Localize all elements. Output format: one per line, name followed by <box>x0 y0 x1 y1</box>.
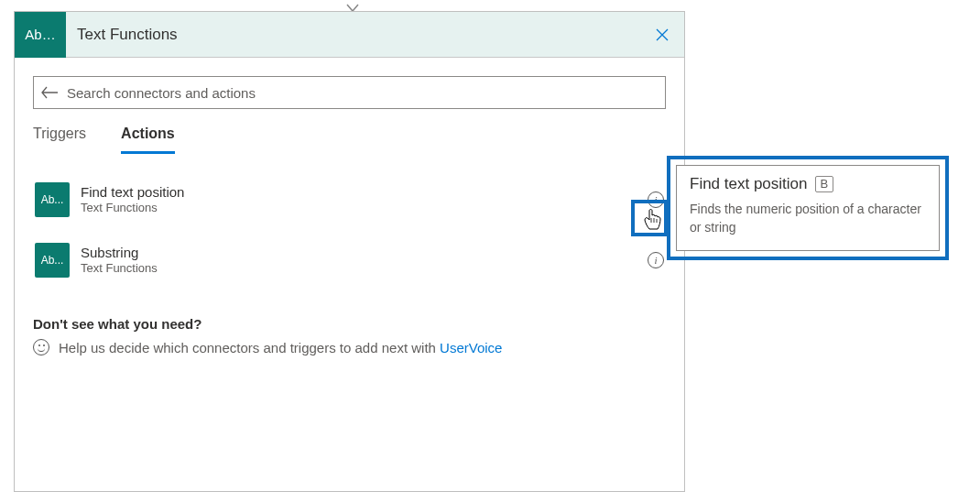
tooltip-title: Find text position <box>690 175 808 193</box>
help-section: Don't see what you need? Help us decide … <box>33 316 666 355</box>
action-list: Ab... Find text position Text Functions … <box>33 175 666 285</box>
action-subtitle: Text Functions <box>81 201 637 215</box>
tooltip-description: Finds the numeric position of a characte… <box>690 201 926 236</box>
tab-actions[interactable]: Actions <box>121 126 175 154</box>
action-title: Find text position <box>81 184 637 202</box>
connector-icon: Ab… <box>15 12 66 58</box>
flow-arrow-icon <box>346 0 359 9</box>
action-title: Substring <box>81 245 637 262</box>
close-button[interactable] <box>644 16 681 53</box>
action-tooltip: Find text position B Finds the numeric p… <box>676 165 940 251</box>
back-arrow-icon[interactable] <box>41 86 58 99</box>
uservoice-link[interactable]: UserVoice <box>440 340 502 355</box>
help-text-span: Help us decide which connectors and trig… <box>59 340 440 355</box>
panel-body: Triggers Actions Ab... Find text positio… <box>15 58 684 355</box>
help-title: Don't see what you need? <box>33 316 666 332</box>
info-icon[interactable]: i <box>648 191 664 208</box>
action-text: Substring Text Functions <box>81 245 637 277</box>
tooltip-badge: B <box>815 176 834 193</box>
tab-triggers[interactable]: Triggers <box>33 126 86 154</box>
connector-icon-small: Ab... <box>35 182 70 217</box>
info-icon[interactable]: i <box>648 252 664 268</box>
help-text: Help us decide which connectors and trig… <box>59 340 502 355</box>
smile-icon <box>33 339 49 355</box>
panel-title: Text Functions <box>77 26 644 44</box>
action-substring[interactable]: Ab... Substring Text Functions i <box>33 235 666 285</box>
search-row <box>33 76 666 109</box>
tabs: Triggers Actions <box>33 126 666 155</box>
action-text: Find text position Text Functions <box>81 184 637 216</box>
action-find-text-position[interactable]: Ab... Find text position Text Functions … <box>33 175 666 224</box>
help-row: Help us decide which connectors and trig… <box>33 339 666 355</box>
panel-header: Ab… Text Functions <box>15 12 684 58</box>
tooltip-header: Find text position B <box>690 175 926 193</box>
action-picker-panel: Ab… Text Functions Triggers Actions Ab..… <box>14 11 685 492</box>
action-subtitle: Text Functions <box>81 261 637 276</box>
search-input[interactable] <box>67 85 658 101</box>
connector-icon-small: Ab... <box>35 243 70 278</box>
